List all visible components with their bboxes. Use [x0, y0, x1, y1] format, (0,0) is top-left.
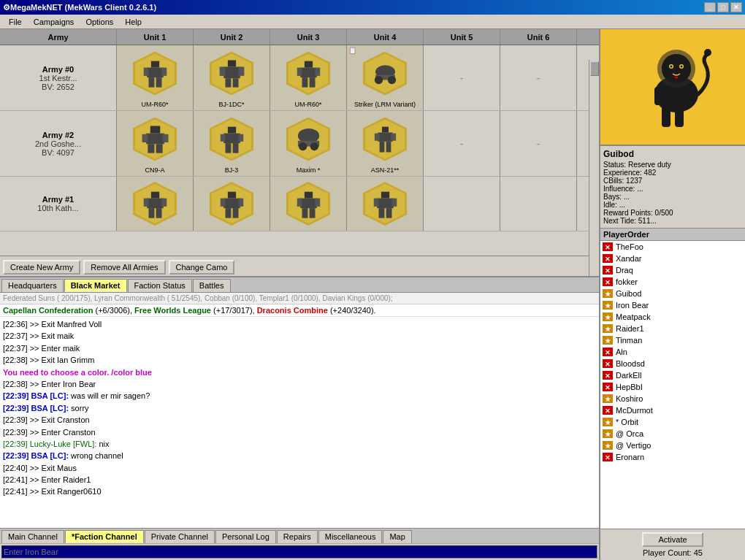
player-list-item[interactable]: ★Meatpack [600, 311, 745, 323]
menu-file[interactable]: File [3, 16, 28, 28]
hex-inner [135, 184, 175, 223]
grid-scrollbar[interactable] [589, 60, 599, 277]
mech-icon [215, 188, 248, 220]
tab-repairs[interactable]: Repairs [277, 530, 318, 543]
menu-options[interactable]: Options [80, 16, 119, 28]
tab-black-market[interactable]: Black Market [64, 279, 127, 292]
player-list-item[interactable]: ✕Eronarn [600, 451, 745, 463]
right-panel: Guibod Status: Reserve duty Experience: … [599, 29, 745, 560]
svg-rect-44 [150, 191, 158, 198]
player-list-item[interactable]: ✕Bloodsd [600, 358, 745, 369]
close-button[interactable]: ✕ [730, 2, 742, 12]
tab-private-channel[interactable]: Private Channel [145, 530, 215, 543]
player-list-item[interactable]: ★Raider1 [600, 323, 745, 334]
menu-campaigns[interactable]: Campaigns [28, 16, 80, 28]
unit-2-4[interactable] [424, 177, 500, 231]
player-list-item[interactable]: ★@ Vertigo [600, 440, 745, 451]
dc-link[interactable]: Draconis Combine [257, 306, 328, 315]
unit-2-3[interactable] [347, 177, 424, 231]
change-camo-button[interactable]: Change Camo [169, 260, 235, 275]
unit-hex-0-1 [206, 48, 257, 99]
player-list-item[interactable]: ★Tinman [600, 334, 745, 346]
unit-1-0[interactable]: CN9-A [117, 111, 194, 176]
player-list-item[interactable]: ★Koshiro [600, 393, 745, 404]
unit-0-5[interactable]: - [500, 45, 577, 110]
tab-main-channel[interactable]: Main Channel [1, 530, 64, 543]
tab-faction-status[interactable]: Faction Status [128, 279, 192, 292]
hex-inner [365, 54, 405, 93]
player-list-item[interactable]: ✕McDurmot [600, 404, 745, 416]
player-list-item[interactable]: ✕fokker [600, 276, 745, 288]
unit-0-3[interactable]: 📋 [347, 45, 424, 110]
faction-info-line: Capellan Confederation (+6/3006), Free W… [0, 304, 599, 317]
mech-icon [292, 123, 325, 156]
menu-help[interactable]: Help [119, 16, 148, 28]
unit-0-1[interactable]: BJ-1DC* [194, 45, 270, 110]
player-badge: ✕ [602, 242, 614, 252]
player-list-item[interactable]: ✕HepBbI [600, 381, 745, 393]
tab-personal-log[interactable]: Personal Log [215, 530, 276, 543]
scroll-thumb[interactable] [590, 61, 599, 76]
unit-2-5[interactable] [500, 177, 577, 231]
unit-2-2[interactable] [270, 177, 347, 231]
app-icon: ⚙ [3, 3, 10, 12]
chat-sender-bsa3: [22:39] BSA [LC]: [3, 451, 69, 460]
svg-rect-6 [227, 61, 235, 67]
capellan-link[interactable]: Capellan Confederation [3, 306, 93, 315]
svg-rect-9 [238, 67, 244, 76]
unit-0-4[interactable]: - [424, 45, 500, 110]
svg-rect-4 [148, 77, 154, 88]
unit-1-3[interactable]: ASN-21** [347, 111, 424, 176]
player-list-item[interactable]: ★Guibod [600, 288, 745, 299]
player-list-item[interactable]: ★* Orbit [600, 416, 745, 428]
create-army-button[interactable]: Create New Army [3, 260, 80, 275]
tab-headquarters[interactable]: Headquarters [1, 279, 64, 292]
svg-text:✕: ✕ [605, 361, 611, 368]
player-name-label: @ Vertigo [616, 441, 651, 450]
player-badge: ★ [602, 440, 614, 450]
chat-msg-10: [22:39] Lucky-Luke [FWL]: nix [3, 439, 596, 450]
svg-rect-52 [220, 198, 225, 206]
unit-2-1[interactable] [194, 177, 270, 231]
chat-panel: Federated Suns ( 200/175), Lyran Commonw… [0, 293, 599, 560]
tab-battles[interactable]: Battles [193, 279, 231, 292]
player-list-item[interactable]: ★@ Orca [600, 428, 745, 440]
svg-rect-78 [675, 105, 684, 127]
unit-1-4[interactable]: - [424, 111, 500, 176]
army-cell-1[interactable]: Army #2 2nd Goshe... BV: 4097 [0, 111, 117, 176]
army-cell-2[interactable]: Army #1 10th Kath... [0, 177, 117, 231]
svg-rect-62 [381, 191, 389, 198]
chat-msg-3: [22:38] >> Exit Ian Grimm [3, 355, 596, 366]
chat-input[interactable] [1, 545, 597, 559]
player-badge: ★ [602, 417, 614, 427]
player-name-label: @ Orca [616, 429, 643, 438]
maximize-button[interactable]: □ [717, 2, 729, 12]
player-list-item[interactable]: ✕TheFoo [600, 241, 745, 253]
unit-1-2[interactable]: Maxim * [270, 111, 347, 176]
unit-1-5[interactable]: - [500, 111, 577, 176]
tab-miscellaneous[interactable]: Miscellaneous [318, 530, 383, 543]
player-list-item[interactable]: ✕Draq [600, 264, 745, 276]
player-list-item[interactable]: ✕Xandar [600, 253, 745, 264]
army-cell-0[interactable]: Army #0 1st Kestr... BV: 2652 [0, 45, 117, 110]
army-row-0: Army #0 1st Kestr... BV: 2652 [0, 45, 599, 111]
svg-rect-64 [373, 198, 378, 206]
unit-0-2[interactable]: UM-R60* [270, 45, 347, 110]
unit-1-1[interactable]: BJ-3 [194, 111, 270, 176]
player-list-item[interactable]: ✕Aln [600, 346, 745, 358]
unit-0-0[interactable]: UM-R60* [117, 45, 194, 110]
tab-map[interactable]: Map [383, 530, 411, 543]
activate-button[interactable]: Activate [642, 532, 703, 547]
player-list-item[interactable]: ✕DarkEll [600, 369, 745, 381]
player-badge: ★ [602, 288, 614, 299]
unit-2-0[interactable] [117, 177, 194, 231]
svg-rect-32 [225, 143, 231, 153]
remove-armies-button[interactable]: Remove All Armies [83, 260, 165, 275]
svg-rect-61 [309, 208, 315, 218]
tab-faction-channel[interactable]: *Faction Channel [65, 530, 144, 543]
player-list-item[interactable]: ★Iron Bear [600, 299, 745, 311]
chat-sender-lucky: [22:39] Lucky-Luke [FWL]: [3, 440, 96, 448]
unit-label-0-3: Striker (LRM Variant) [354, 101, 416, 108]
fwl-link[interactable]: Free Worlds League [134, 306, 211, 315]
minimize-button[interactable]: _ [704, 2, 716, 12]
